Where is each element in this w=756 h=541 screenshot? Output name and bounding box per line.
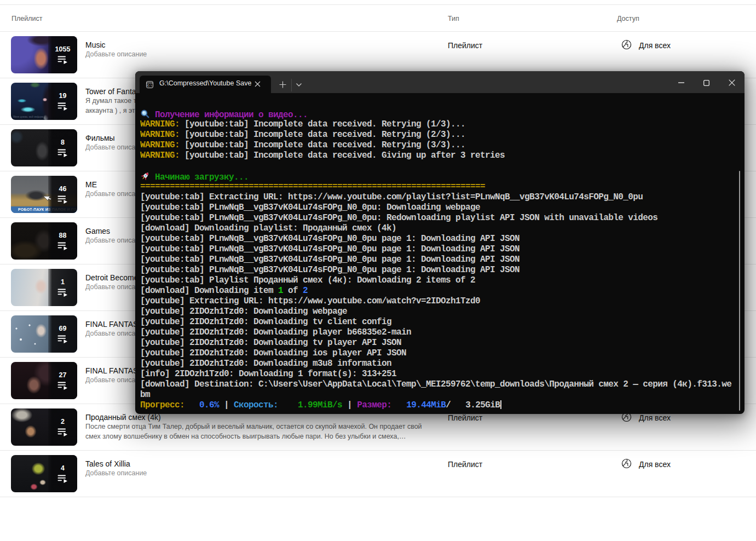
svg-text:C:\: C:\ <box>147 84 152 87</box>
